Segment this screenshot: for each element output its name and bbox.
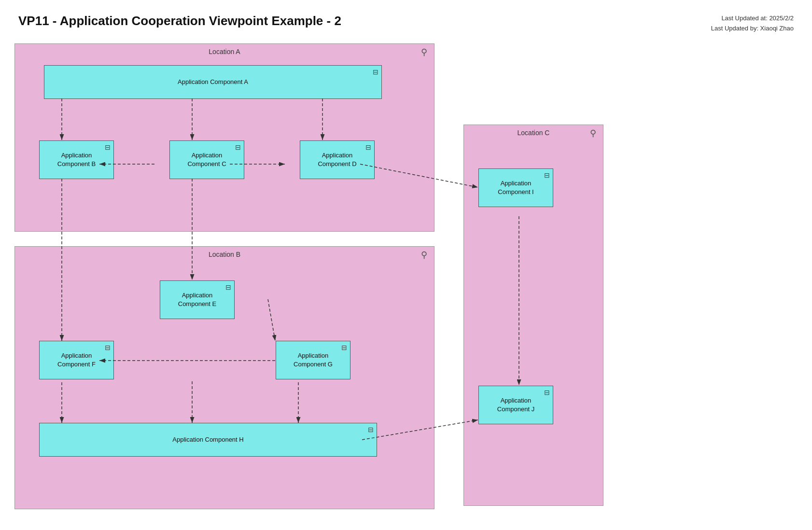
component-h-label: Application Component H: [172, 435, 243, 444]
location-b-pin: ⚲: [421, 250, 427, 260]
component-j-icon: ⊟: [544, 389, 550, 396]
component-j[interactable]: ⊟ ApplicationComponent J: [478, 386, 553, 424]
last-updated-by: Last Updated by: Xiaoqi Zhao: [711, 24, 794, 34]
meta-info: Last Updated at: 2025/2/2 Last Updated b…: [711, 14, 794, 34]
component-b[interactable]: ⊟ ApplicationComponent B: [39, 140, 114, 179]
component-i-icon: ⊟: [544, 171, 550, 179]
component-f-label: ApplicationComponent F: [57, 351, 96, 369]
location-b: Location B ⚲ ⊟ ApplicationComponent E ⊟ …: [14, 246, 434, 509]
location-c-label: Location C: [518, 129, 550, 137]
component-f[interactable]: ⊟ ApplicationComponent F: [39, 341, 114, 379]
component-d-icon: ⊟: [365, 143, 371, 151]
last-updated-at: Last Updated at: 2025/2/2: [711, 14, 794, 24]
component-i[interactable]: ⊟ ApplicationComponent I: [478, 168, 553, 207]
component-g-label: ApplicationComponent G: [294, 351, 333, 369]
location-c: Location C ⚲ ⊟ ApplicationComponent I ⊟ …: [463, 125, 603, 506]
component-g-icon: ⊟: [341, 344, 347, 351]
component-a[interactable]: ⊟ Application Component A: [44, 65, 382, 99]
component-g[interactable]: ⊟ ApplicationComponent G: [276, 341, 350, 379]
component-i-label: ApplicationComponent I: [498, 179, 533, 196]
page-title: VP11 - Application Cooperation Viewpoint…: [18, 14, 341, 28]
component-b-icon: ⊟: [105, 143, 111, 151]
component-h-icon: ⊟: [368, 426, 374, 433]
component-e-icon: ⊟: [225, 283, 231, 291]
location-c-pin: ⚲: [590, 128, 596, 139]
location-a: Location A ⚲ ⊟ Application Component A ⊟…: [14, 43, 434, 232]
component-b-label: ApplicationComponent B: [57, 151, 96, 168]
component-c-label: ApplicationComponent C: [187, 151, 226, 168]
component-f-icon: ⊟: [105, 344, 111, 351]
component-d[interactable]: ⊟ ApplicationComponent D: [300, 140, 375, 179]
component-c-icon: ⊟: [235, 143, 241, 151]
component-e-label: ApplicationComponent E: [178, 291, 217, 308]
component-a-label: Application Component A: [178, 78, 248, 86]
component-h[interactable]: ⊟ Application Component H: [39, 423, 377, 457]
component-d-label: ApplicationComponent D: [318, 151, 356, 168]
location-b-label: Location B: [209, 251, 240, 258]
component-a-icon: ⊟: [373, 68, 378, 76]
location-a-pin: ⚲: [421, 47, 427, 57]
location-a-label: Location A: [209, 48, 240, 56]
component-j-label: ApplicationComponent J: [497, 396, 534, 414]
component-c[interactable]: ⊟ ApplicationComponent C: [169, 140, 244, 179]
component-e[interactable]: ⊟ ApplicationComponent E: [160, 280, 235, 319]
